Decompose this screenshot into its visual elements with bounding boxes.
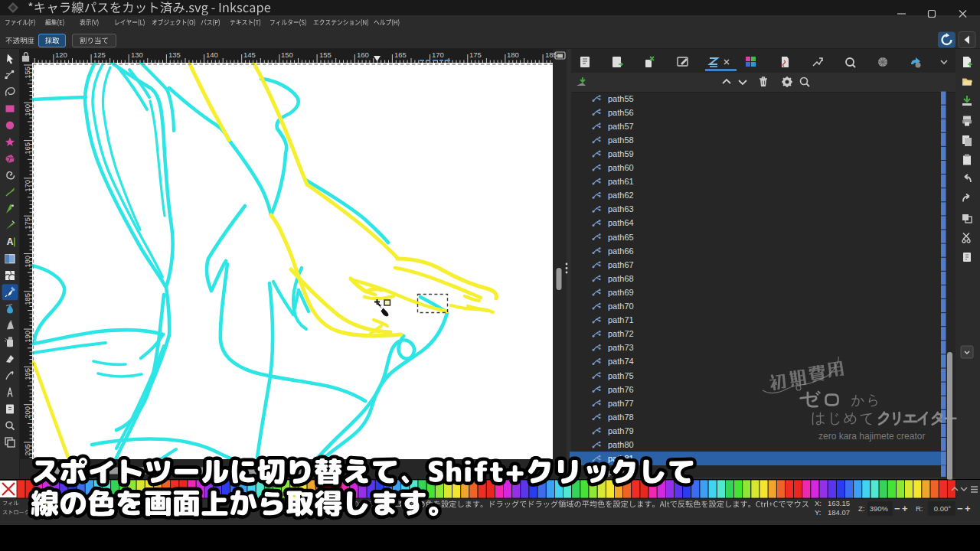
svg-text:140: 140 <box>206 51 218 59</box>
svg-text:path78: path78 <box>608 412 634 422</box>
svg-text:0.00°: 0.00° <box>934 504 951 513</box>
svg-text:163.15: 163.15 <box>828 499 850 507</box>
svg-text:zero kara hajimete creator: zero kara hajimete creator <box>818 431 925 442</box>
svg-text:path74: path74 <box>608 357 634 366</box>
svg-text:130: 130 <box>131 51 143 59</box>
svg-text:175: 175 <box>23 217 31 230</box>
svg-text:165: 165 <box>23 142 31 155</box>
svg-text:A: A <box>7 236 14 247</box>
svg-text:+: + <box>902 503 908 514</box>
svg-text:190: 190 <box>23 331 31 343</box>
svg-text:180: 180 <box>23 256 31 268</box>
svg-text:145: 145 <box>243 51 256 59</box>
svg-text:path62: path62 <box>608 191 634 200</box>
svg-text:185: 185 <box>23 293 31 305</box>
svg-text:path55: path55 <box>608 94 634 103</box>
svg-text:205: 205 <box>23 444 31 456</box>
svg-text:120: 120 <box>55 51 67 59</box>
svg-text:160: 160 <box>357 51 369 59</box>
svg-text:path69: path69 <box>608 288 634 297</box>
svg-text:path67: path67 <box>608 260 634 269</box>
svg-text:path58: path58 <box>608 135 634 145</box>
svg-text:−: − <box>957 503 963 514</box>
svg-text:path76: path76 <box>608 385 634 394</box>
svg-text:path59: path59 <box>608 149 634 158</box>
svg-text:path71: path71 <box>608 315 634 324</box>
svg-text:path80: path80 <box>608 440 634 449</box>
svg-text:Y:: Y: <box>815 508 821 517</box>
svg-text:path73: path73 <box>608 343 634 352</box>
svg-text:135: 135 <box>168 51 181 59</box>
svg-text:X:: X: <box>815 499 822 507</box>
svg-text:200: 200 <box>23 406 31 419</box>
svg-text:155: 155 <box>23 67 31 79</box>
svg-text:path63: path63 <box>608 204 634 214</box>
svg-text:390%: 390% <box>870 504 889 513</box>
svg-text:−: − <box>894 503 900 514</box>
svg-text:195: 195 <box>23 368 31 380</box>
svg-text:165: 165 <box>394 51 407 59</box>
svg-text:160: 160 <box>23 104 31 116</box>
svg-text:170: 170 <box>432 51 444 59</box>
svg-text:Z:: Z: <box>858 504 864 513</box>
svg-text:path77: path77 <box>608 399 634 408</box>
svg-text:170: 170 <box>23 180 31 192</box>
svg-text:path79: path79 <box>608 426 634 435</box>
svg-text:125: 125 <box>93 51 106 59</box>
svg-text:path60: path60 <box>608 163 634 172</box>
svg-text:155: 155 <box>319 51 332 59</box>
svg-text:184.07: 184.07 <box>828 508 850 517</box>
svg-text:R:: R: <box>916 504 923 513</box>
svg-text:path65: path65 <box>608 233 634 242</box>
svg-text:path56: path56 <box>608 108 634 117</box>
svg-text:path61: path61 <box>608 177 634 186</box>
svg-text:path57: path57 <box>608 122 634 131</box>
svg-text:path64: path64 <box>608 218 634 227</box>
svg-text:150: 150 <box>281 51 293 59</box>
svg-text:path70: path70 <box>608 302 634 311</box>
svg-text:+: + <box>965 503 971 514</box>
svg-text:180: 180 <box>507 51 519 59</box>
svg-text:path75: path75 <box>608 371 634 380</box>
svg-text:path66: path66 <box>608 246 634 256</box>
svg-text:path68: path68 <box>608 274 634 283</box>
svg-text:175: 175 <box>469 51 482 59</box>
svg-text:path72: path72 <box>608 329 634 338</box>
